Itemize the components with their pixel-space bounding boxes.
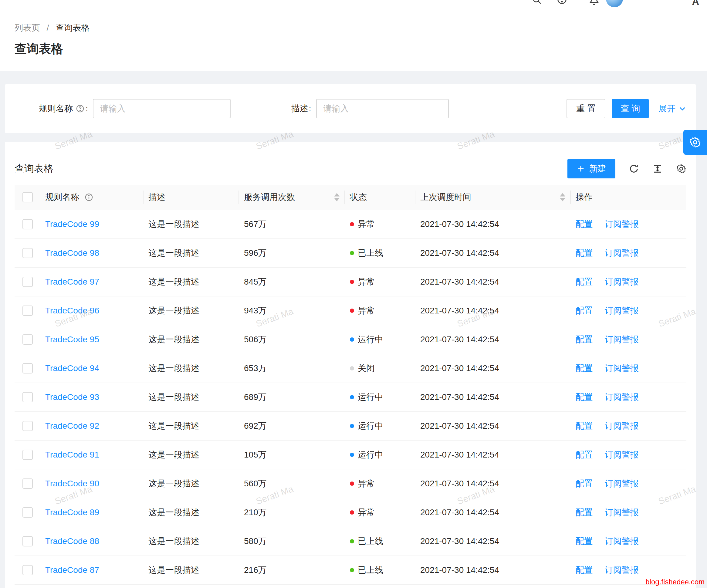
sort-ascending-caret[interactable] xyxy=(334,193,340,196)
column-header: 描述 xyxy=(143,185,239,210)
info-circle-icon[interactable] xyxy=(85,193,93,202)
configure-action-link[interactable]: 配置 xyxy=(576,392,593,402)
table-card: 查询表格 新建 xyxy=(5,142,696,588)
service-calls-cell: 580万 xyxy=(239,527,345,556)
subscribe-alert-action-link[interactable]: 订阅警报 xyxy=(605,479,639,488)
rule-name-input[interactable] xyxy=(93,99,231,118)
status-dot xyxy=(350,222,354,226)
subscribe-alert-action-link[interactable]: 订阅警报 xyxy=(605,508,639,517)
column-height-icon[interactable] xyxy=(652,164,663,174)
last-scheduled-time-cell: 2021-07-30 14:42:54 xyxy=(415,411,571,440)
configure-action-link[interactable]: 配置 xyxy=(576,508,593,517)
subscribe-alert-action-link[interactable]: 订阅警报 xyxy=(605,335,639,344)
subscribe-alert-action-link[interactable]: 订阅警报 xyxy=(605,277,639,286)
sort-descending-caret[interactable] xyxy=(560,198,565,201)
rule-name-link[interactable]: TradeCode 96 xyxy=(45,306,99,315)
search-icon[interactable] xyxy=(532,0,542,7)
status-text: 运行中 xyxy=(358,450,383,459)
column-label: 状态 xyxy=(350,193,367,202)
configure-action-link[interactable]: 配置 xyxy=(576,479,593,488)
subscribe-alert-action-link[interactable]: 订阅警报 xyxy=(605,306,639,315)
subscribe-alert-action-link[interactable]: 订阅警报 xyxy=(605,248,639,257)
sort-ascending-caret[interactable] xyxy=(560,193,565,196)
subscribe-alert-action-link[interactable]: 订阅警报 xyxy=(605,219,639,229)
rule-name-link[interactable]: TradeCode 87 xyxy=(45,565,99,575)
rule-name-link[interactable]: TradeCode 98 xyxy=(45,248,99,257)
breadcrumb-parent-link[interactable]: 列表页 xyxy=(14,23,40,32)
rule-name-link[interactable]: TradeCode 92 xyxy=(45,421,99,430)
reload-icon[interactable] xyxy=(629,164,639,174)
configure-action-link[interactable]: 配置 xyxy=(576,364,593,373)
description-cell: 这是一段描述 xyxy=(143,527,239,556)
configure-action-link[interactable]: 配置 xyxy=(576,565,593,575)
row-checkbox[interactable] xyxy=(23,450,33,460)
select-all-checkbox[interactable] xyxy=(23,192,33,202)
description-input[interactable] xyxy=(316,99,449,118)
subscribe-alert-action-link[interactable]: 订阅警报 xyxy=(605,421,639,430)
column-header[interactable]: 服务调用次数 xyxy=(239,185,345,210)
avatar[interactable] xyxy=(606,0,623,7)
reset-button[interactable]: 重 置 xyxy=(567,99,605,118)
status-cell: 异常 xyxy=(345,469,415,498)
column-header[interactable]: 上次调度时间 xyxy=(415,185,571,210)
question-circle-icon[interactable] xyxy=(557,0,567,7)
theme-setting-button[interactable] xyxy=(683,130,707,155)
rule-name-link[interactable]: TradeCode 94 xyxy=(45,364,99,373)
row-checkbox[interactable] xyxy=(23,248,33,258)
bell-icon[interactable] xyxy=(588,0,600,8)
row-checkbox[interactable] xyxy=(23,421,33,431)
rule-name-link[interactable]: TradeCode 90 xyxy=(45,479,99,488)
status-dot xyxy=(350,251,354,255)
row-checkbox[interactable] xyxy=(23,565,33,575)
configure-action-link[interactable]: 配置 xyxy=(576,421,593,430)
row-checkbox[interactable] xyxy=(23,334,33,345)
configure-action-link[interactable]: 配置 xyxy=(576,537,593,546)
rule-name-link[interactable]: TradeCode 97 xyxy=(45,277,99,286)
new-button[interactable]: 新建 xyxy=(567,159,615,178)
description-cell: 这是一段描述 xyxy=(143,267,239,296)
sorter-icon[interactable] xyxy=(334,193,340,201)
row-checkbox[interactable] xyxy=(23,363,33,374)
configure-action-link[interactable]: 配置 xyxy=(576,277,593,286)
subscribe-alert-action-link[interactable]: 订阅警报 xyxy=(605,450,639,459)
subscribe-alert-action-link[interactable]: 订阅警报 xyxy=(605,364,639,373)
configure-action-link[interactable]: 配置 xyxy=(576,219,593,229)
row-checkbox[interactable] xyxy=(23,479,33,489)
rule-name-link[interactable]: TradeCode 95 xyxy=(45,335,99,344)
rule-name-link[interactable]: TradeCode 89 xyxy=(45,508,99,517)
username[interactable]: Serati Ma xyxy=(628,0,665,2)
status-text: 异常 xyxy=(358,479,375,488)
configure-action-link[interactable]: 配置 xyxy=(576,248,593,257)
blog-link[interactable]: blog.fishedee.com xyxy=(645,578,705,586)
help-circle-icon[interactable] xyxy=(76,104,85,113)
column-label: 规则名称 xyxy=(45,193,79,202)
row-checkbox[interactable] xyxy=(23,507,33,518)
table-row: TradeCode 92 这是一段描述 692万 运行中 2021-07-30 … xyxy=(14,411,686,440)
configure-action-link[interactable]: 配置 xyxy=(576,306,593,315)
configure-action-link[interactable]: 配置 xyxy=(576,450,593,459)
table-row: TradeCode 99 这是一段描述 567万 异常 2021-07-30 1… xyxy=(14,210,686,239)
status-text: 已上线 xyxy=(358,537,383,546)
row-select-cell xyxy=(14,556,40,584)
subscribe-alert-action-link[interactable]: 订阅警报 xyxy=(605,537,639,546)
row-checkbox[interactable] xyxy=(23,219,33,229)
rule-name-link[interactable]: TradeCode 99 xyxy=(45,219,99,229)
table-row: TradeCode 95 这是一段描述 506万 运行中 2021-07-30 … xyxy=(14,325,686,354)
row-checkbox[interactable] xyxy=(23,277,33,287)
row-checkbox[interactable] xyxy=(23,536,33,547)
description-label: 描述 : xyxy=(291,103,316,114)
row-checkbox[interactable] xyxy=(23,392,33,402)
subscribe-alert-action-link[interactable]: 订阅警报 xyxy=(605,392,639,402)
configure-action-link[interactable]: 配置 xyxy=(576,335,593,344)
rule-name-link[interactable]: TradeCode 91 xyxy=(45,450,99,459)
translate-icon[interactable]: A xyxy=(692,0,699,8)
row-checkbox[interactable] xyxy=(23,306,33,316)
rule-name-link[interactable]: TradeCode 88 xyxy=(45,537,99,546)
sort-descending-caret[interactable] xyxy=(334,198,340,201)
rule-name-link[interactable]: TradeCode 93 xyxy=(45,392,99,402)
setting-icon[interactable] xyxy=(676,164,686,174)
expand-toggle[interactable]: 展开 xyxy=(659,103,686,114)
query-button[interactable]: 查 询 xyxy=(612,99,649,118)
subscribe-alert-action-link[interactable]: 订阅警报 xyxy=(605,565,639,575)
sorter-icon[interactable] xyxy=(560,193,565,201)
